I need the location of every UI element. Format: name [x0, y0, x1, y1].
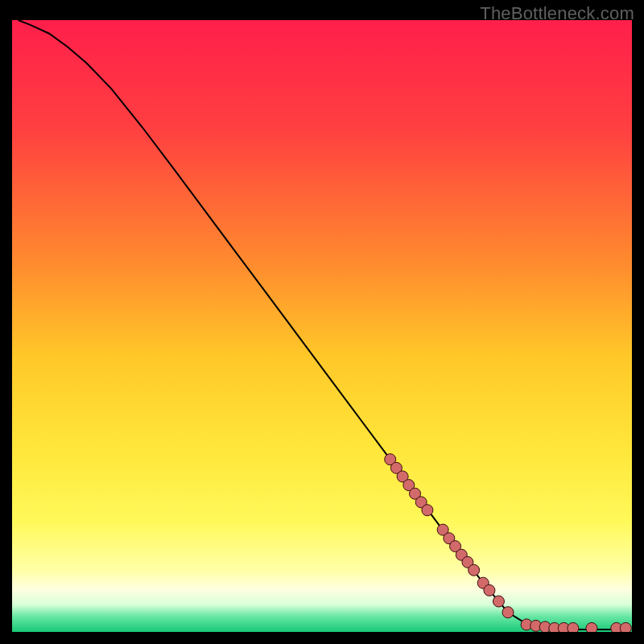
chart-svg: [12, 20, 632, 632]
chart-frame: TheBottleneck.com: [0, 0, 644, 644]
data-point-marker: [502, 607, 514, 618]
data-point-marker: [568, 622, 579, 632]
gradient-background: [12, 20, 632, 632]
data-point-marker: [586, 622, 597, 632]
data-point-marker: [493, 596, 504, 607]
data-point-marker: [484, 584, 495, 596]
data-point-marker: [620, 622, 631, 632]
data-point-marker: [469, 564, 480, 576]
watermark-text: TheBottleneck.com: [480, 3, 634, 24]
data-point-marker: [422, 505, 433, 516]
plot-area: [12, 20, 632, 632]
